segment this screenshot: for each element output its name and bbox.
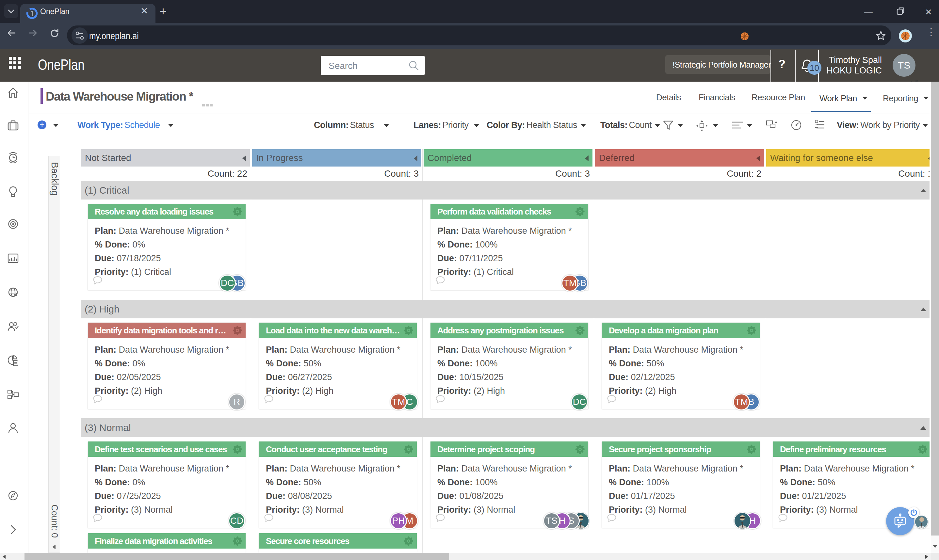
svg-text:1: 1 xyxy=(30,9,34,18)
